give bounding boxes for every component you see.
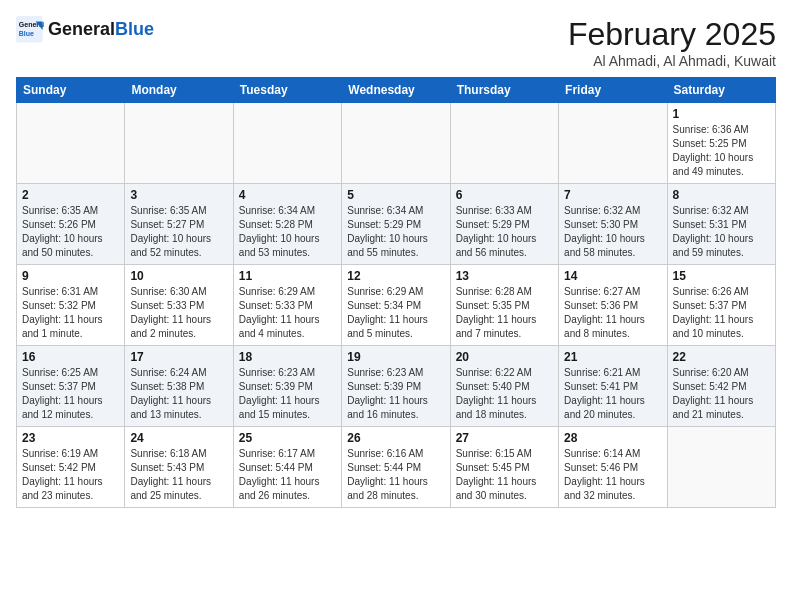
calendar-cell: [667, 427, 775, 508]
day-number: 6: [456, 188, 553, 202]
calendar-cell: 7Sunrise: 6:32 AM Sunset: 5:30 PM Daylig…: [559, 184, 667, 265]
day-number: 22: [673, 350, 770, 364]
day-number: 11: [239, 269, 336, 283]
day-info: Sunrise: 6:32 AM Sunset: 5:31 PM Dayligh…: [673, 204, 770, 260]
calendar-cell: 28Sunrise: 6:14 AM Sunset: 5:46 PM Dayli…: [559, 427, 667, 508]
calendar-cell: 2Sunrise: 6:35 AM Sunset: 5:26 PM Daylig…: [17, 184, 125, 265]
calendar-week-row: 16Sunrise: 6:25 AM Sunset: 5:37 PM Dayli…: [17, 346, 776, 427]
svg-text:Blue: Blue: [19, 30, 34, 37]
day-number: 9: [22, 269, 119, 283]
calendar-cell: 4Sunrise: 6:34 AM Sunset: 5:28 PM Daylig…: [233, 184, 341, 265]
calendar-cell: 11Sunrise: 6:29 AM Sunset: 5:33 PM Dayli…: [233, 265, 341, 346]
calendar-cell: 1Sunrise: 6:36 AM Sunset: 5:25 PM Daylig…: [667, 103, 775, 184]
day-info: Sunrise: 6:36 AM Sunset: 5:25 PM Dayligh…: [673, 123, 770, 179]
month-title: February 2025: [568, 16, 776, 53]
day-info: Sunrise: 6:14 AM Sunset: 5:46 PM Dayligh…: [564, 447, 661, 503]
day-info: Sunrise: 6:23 AM Sunset: 5:39 PM Dayligh…: [347, 366, 444, 422]
day-number: 1: [673, 107, 770, 121]
day-info: Sunrise: 6:30 AM Sunset: 5:33 PM Dayligh…: [130, 285, 227, 341]
day-info: Sunrise: 6:35 AM Sunset: 5:27 PM Dayligh…: [130, 204, 227, 260]
day-info: Sunrise: 6:29 AM Sunset: 5:33 PM Dayligh…: [239, 285, 336, 341]
day-info: Sunrise: 6:31 AM Sunset: 5:32 PM Dayligh…: [22, 285, 119, 341]
day-number: 10: [130, 269, 227, 283]
day-info: Sunrise: 6:20 AM Sunset: 5:42 PM Dayligh…: [673, 366, 770, 422]
col-header-thursday: Thursday: [450, 78, 558, 103]
day-number: 21: [564, 350, 661, 364]
calendar-cell: 27Sunrise: 6:15 AM Sunset: 5:45 PM Dayli…: [450, 427, 558, 508]
calendar-week-row: 2Sunrise: 6:35 AM Sunset: 5:26 PM Daylig…: [17, 184, 776, 265]
day-number: 18: [239, 350, 336, 364]
day-info: Sunrise: 6:24 AM Sunset: 5:38 PM Dayligh…: [130, 366, 227, 422]
day-number: 24: [130, 431, 227, 445]
calendar-cell: 13Sunrise: 6:28 AM Sunset: 5:35 PM Dayli…: [450, 265, 558, 346]
calendar-cell: 22Sunrise: 6:20 AM Sunset: 5:42 PM Dayli…: [667, 346, 775, 427]
day-number: 13: [456, 269, 553, 283]
col-header-monday: Monday: [125, 78, 233, 103]
day-info: Sunrise: 6:21 AM Sunset: 5:41 PM Dayligh…: [564, 366, 661, 422]
col-header-tuesday: Tuesday: [233, 78, 341, 103]
col-header-wednesday: Wednesday: [342, 78, 450, 103]
day-info: Sunrise: 6:35 AM Sunset: 5:26 PM Dayligh…: [22, 204, 119, 260]
calendar-cell: 18Sunrise: 6:23 AM Sunset: 5:39 PM Dayli…: [233, 346, 341, 427]
day-number: 4: [239, 188, 336, 202]
day-number: 28: [564, 431, 661, 445]
calendar-cell: 6Sunrise: 6:33 AM Sunset: 5:29 PM Daylig…: [450, 184, 558, 265]
day-info: Sunrise: 6:17 AM Sunset: 5:44 PM Dayligh…: [239, 447, 336, 503]
day-info: Sunrise: 6:29 AM Sunset: 5:34 PM Dayligh…: [347, 285, 444, 341]
calendar-cell: 23Sunrise: 6:19 AM Sunset: 5:42 PM Dayli…: [17, 427, 125, 508]
day-info: Sunrise: 6:33 AM Sunset: 5:29 PM Dayligh…: [456, 204, 553, 260]
calendar-cell: [125, 103, 233, 184]
calendar-cell: [342, 103, 450, 184]
calendar-cell: 21Sunrise: 6:21 AM Sunset: 5:41 PM Dayli…: [559, 346, 667, 427]
day-number: 5: [347, 188, 444, 202]
day-number: 7: [564, 188, 661, 202]
day-number: 16: [22, 350, 119, 364]
calendar-cell: 17Sunrise: 6:24 AM Sunset: 5:38 PM Dayli…: [125, 346, 233, 427]
calendar-cell: 12Sunrise: 6:29 AM Sunset: 5:34 PM Dayli…: [342, 265, 450, 346]
day-number: 23: [22, 431, 119, 445]
calendar-cell: 14Sunrise: 6:27 AM Sunset: 5:36 PM Dayli…: [559, 265, 667, 346]
calendar-cell: 8Sunrise: 6:32 AM Sunset: 5:31 PM Daylig…: [667, 184, 775, 265]
calendar-cell: 24Sunrise: 6:18 AM Sunset: 5:43 PM Dayli…: [125, 427, 233, 508]
calendar-cell: 5Sunrise: 6:34 AM Sunset: 5:29 PM Daylig…: [342, 184, 450, 265]
day-info: Sunrise: 6:23 AM Sunset: 5:39 PM Dayligh…: [239, 366, 336, 422]
day-info: Sunrise: 6:34 AM Sunset: 5:29 PM Dayligh…: [347, 204, 444, 260]
calendar-cell: 3Sunrise: 6:35 AM Sunset: 5:27 PM Daylig…: [125, 184, 233, 265]
day-number: 19: [347, 350, 444, 364]
location: Al Ahmadi, Al Ahmadi, Kuwait: [568, 53, 776, 69]
day-number: 27: [456, 431, 553, 445]
day-info: Sunrise: 6:32 AM Sunset: 5:30 PM Dayligh…: [564, 204, 661, 260]
title-block: February 2025 Al Ahmadi, Al Ahmadi, Kuwa…: [568, 16, 776, 69]
day-info: Sunrise: 6:18 AM Sunset: 5:43 PM Dayligh…: [130, 447, 227, 503]
day-number: 17: [130, 350, 227, 364]
col-header-sunday: Sunday: [17, 78, 125, 103]
calendar-cell: 9Sunrise: 6:31 AM Sunset: 5:32 PM Daylig…: [17, 265, 125, 346]
logo: General Blue GeneralBlue: [16, 16, 154, 44]
col-header-friday: Friday: [559, 78, 667, 103]
page-header: General Blue GeneralBlue February 2025 A…: [16, 16, 776, 69]
day-info: Sunrise: 6:27 AM Sunset: 5:36 PM Dayligh…: [564, 285, 661, 341]
day-info: Sunrise: 6:19 AM Sunset: 5:42 PM Dayligh…: [22, 447, 119, 503]
day-number: 14: [564, 269, 661, 283]
calendar-cell: 10Sunrise: 6:30 AM Sunset: 5:33 PM Dayli…: [125, 265, 233, 346]
day-info: Sunrise: 6:15 AM Sunset: 5:45 PM Dayligh…: [456, 447, 553, 503]
day-info: Sunrise: 6:28 AM Sunset: 5:35 PM Dayligh…: [456, 285, 553, 341]
day-info: Sunrise: 6:26 AM Sunset: 5:37 PM Dayligh…: [673, 285, 770, 341]
calendar-week-row: 1Sunrise: 6:36 AM Sunset: 5:25 PM Daylig…: [17, 103, 776, 184]
calendar-cell: [233, 103, 341, 184]
day-number: 26: [347, 431, 444, 445]
calendar-cell: 19Sunrise: 6:23 AM Sunset: 5:39 PM Dayli…: [342, 346, 450, 427]
calendar-cell: 20Sunrise: 6:22 AM Sunset: 5:40 PM Dayli…: [450, 346, 558, 427]
calendar-week-row: 23Sunrise: 6:19 AM Sunset: 5:42 PM Dayli…: [17, 427, 776, 508]
col-header-saturday: Saturday: [667, 78, 775, 103]
day-number: 8: [673, 188, 770, 202]
logo-text: GeneralBlue: [48, 20, 154, 40]
day-info: Sunrise: 6:16 AM Sunset: 5:44 PM Dayligh…: [347, 447, 444, 503]
calendar-header-row: SundayMondayTuesdayWednesdayThursdayFrid…: [17, 78, 776, 103]
day-number: 15: [673, 269, 770, 283]
calendar-cell: [450, 103, 558, 184]
calendar-week-row: 9Sunrise: 6:31 AM Sunset: 5:32 PM Daylig…: [17, 265, 776, 346]
day-info: Sunrise: 6:22 AM Sunset: 5:40 PM Dayligh…: [456, 366, 553, 422]
logo-icon: General Blue: [16, 16, 44, 44]
day-number: 2: [22, 188, 119, 202]
